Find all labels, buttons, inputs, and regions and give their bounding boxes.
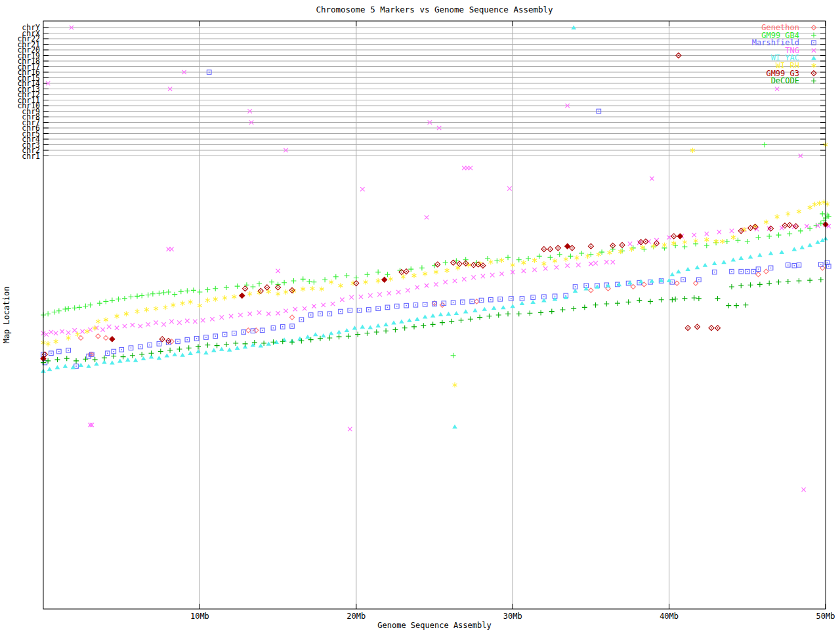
x-tick-label: 10Mb — [190, 612, 209, 621]
chart-title: Chromosome 5 Markers vs Genome Sequence … — [316, 5, 553, 14]
legend-marker-cross — [812, 49, 816, 52]
chromosome-row-label: chr1 — [22, 152, 40, 161]
legend-marker-asterisk — [812, 63, 816, 68]
legend-marker-plus — [811, 78, 816, 83]
chromosome-rows: chrYchrXchr22chr21chr20chr19chr18chr17ch… — [17, 23, 826, 161]
legend-label: DeCODE — [771, 76, 799, 85]
y-axis-label: Map Location — [2, 287, 11, 344]
series-marshfield — [41, 261, 831, 368]
x-tick-label: 30Mb — [503, 612, 522, 621]
series-tng — [41, 166, 831, 492]
other-chromosome-hits — [46, 26, 828, 158]
scatter-plot: Chromosome 5 Markers vs Genome Sequence … — [0, 0, 840, 630]
x-axis-label: Genome Sequence Assembly — [377, 621, 491, 630]
legend: GenethonGM99 GB4MarshfieldTNGWI YACWI RH… — [752, 23, 816, 85]
plot-frame — [43, 21, 826, 609]
legend-marker-triangle-filled — [811, 56, 816, 60]
chart-page: { "title": "Chromosome 5 Markers vs Geno… — [0, 0, 840, 630]
x-tick-label: 50Mb — [816, 612, 835, 621]
plot-border — [43, 21, 826, 609]
series-decode — [41, 277, 824, 365]
x-tick-label: 40Mb — [660, 612, 679, 621]
x-tick-label: 20Mb — [346, 612, 366, 621]
data-points — [41, 26, 831, 492]
legend-marker-diamond-dot — [811, 71, 816, 76]
